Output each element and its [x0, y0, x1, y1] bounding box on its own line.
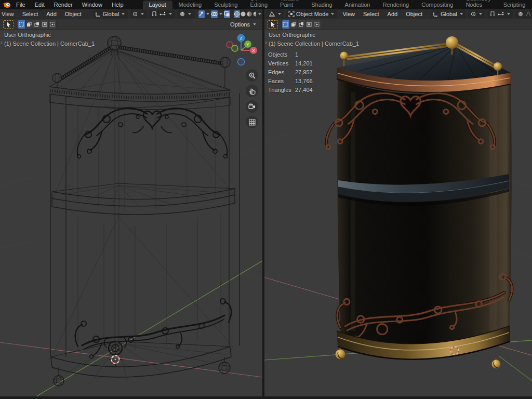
xray-icon[interactable]	[224, 10, 230, 18]
collapse-arrow[interactable]: ›	[1, 39, 3, 45]
tab-texture-paint[interactable]: Texture Paint	[274, 0, 305, 9]
chevron-down-icon[interactable]	[258, 13, 261, 15]
menu-help[interactable]: Help	[107, 0, 128, 9]
view-label: User Orthographic	[269, 32, 315, 38]
rendered-shading-icon[interactable]	[252, 10, 256, 18]
window-edge	[0, 396, 532, 399]
box-select-icon[interactable]	[18, 20, 25, 29]
tab-layout[interactable]: Layout	[143, 1, 172, 9]
magnet-icon	[489, 11, 496, 17]
pivot-dropdown[interactable]	[468, 10, 485, 18]
menu-object[interactable]: Object	[402, 11, 427, 17]
proportional-edit-dropdown[interactable]	[177, 10, 194, 18]
stat-faces: Faces13,766	[268, 77, 313, 86]
box-select-icon[interactable]	[282, 20, 290, 29]
menu-render[interactable]: Render	[49, 0, 77, 9]
orientation-icon	[433, 11, 439, 17]
menu-object[interactable]: Object	[61, 11, 86, 17]
select-intersect-icon[interactable]	[49, 20, 57, 29]
topbar: File Edit Render Window Help Layout Mode…	[0, 0, 532, 9]
editor-type-dropdown[interactable]	[267, 10, 284, 18]
bottom-ornament-wire	[75, 299, 232, 358]
options-dropdown[interactable]: Options	[230, 21, 257, 28]
chevron-down-icon	[460, 13, 463, 15]
tab-compositing[interactable]: Compositing	[415, 1, 459, 9]
mode-label: Object Mode	[296, 11, 328, 17]
tab-modeling[interactable]: Modeling	[172, 1, 208, 9]
chevron-down-icon[interactable]	[206, 13, 209, 15]
wireframe-cabinet	[49, 36, 240, 386]
blender-logo-icon[interactable]	[2, 1, 11, 9]
right-tool-header	[264, 19, 532, 30]
chevron-down-icon	[122, 13, 125, 15]
wireframe-canvas[interactable]: Z Y X › User Orthographic (1) Scene Coll…	[0, 30, 262, 396]
chevron-down-icon[interactable]	[219, 13, 222, 15]
collapse-arrow[interactable]: ›	[265, 39, 267, 45]
tab-animation[interactable]: Animation	[339, 1, 377, 9]
gizmo-x-label: X	[252, 48, 255, 53]
y-axis-line	[10, 261, 262, 396]
gizmo-toggle-icon[interactable]	[198, 10, 205, 18]
proportional-icon	[517, 11, 524, 17]
select-invert-icon[interactable]	[305, 20, 313, 29]
viewport-rendered[interactable]: Object Mode View Select Add Object Globa…	[264, 9, 532, 396]
snap-controls[interactable]	[149, 10, 175, 18]
tab-scripting[interactable]: Scripting	[497, 1, 532, 9]
wireframe-shading-icon[interactable]	[234, 10, 240, 18]
gizmo-z-label: Z	[240, 36, 243, 41]
orientation-dropdown[interactable]: Global	[431, 10, 466, 18]
select-extend-icon[interactable]	[290, 20, 298, 29]
options-label: Options	[230, 21, 250, 28]
menu-select[interactable]: Select	[18, 11, 43, 17]
tab-sculpting[interactable]: Sculpting	[208, 1, 244, 9]
menu-window[interactable]: Window	[77, 0, 107, 9]
select-subtract-icon[interactable]	[33, 20, 41, 29]
select-extend-icon[interactable]	[25, 20, 33, 29]
gizmo-neg-y-axis	[232, 45, 238, 51]
menu-view[interactable]: View	[0, 11, 18, 17]
menu-view[interactable]: View	[338, 11, 359, 17]
orientation-dropdown[interactable]: Global	[93, 10, 128, 18]
menu-select[interactable]: Select	[359, 11, 383, 17]
snap-controls[interactable]	[487, 10, 513, 18]
stat-objects: Objects1	[268, 50, 313, 59]
stat-vertices: Vertices14,201	[268, 59, 313, 68]
camera-icon[interactable]	[246, 100, 258, 113]
select-intersect-icon[interactable]	[313, 20, 321, 29]
tweak-tool-icon[interactable]	[3, 20, 14, 29]
chevron-down-icon	[479, 13, 482, 15]
statistics-overlay: Objects1 Vertices14,201 Edges27,957 Face…	[268, 50, 313, 95]
pivot-dropdown[interactable]	[130, 10, 147, 18]
pivot-icon	[132, 11, 138, 17]
blender-window: File Edit Render Window Help Layout Mode…	[0, 0, 532, 399]
menu-add[interactable]: Add	[42, 11, 61, 17]
zoom-icon[interactable]	[246, 69, 258, 82]
solid-shading-icon[interactable]	[240, 10, 246, 18]
menu-edit[interactable]: Edit	[30, 0, 49, 9]
rendered-cabinet	[326, 36, 512, 369]
orientation-label: Global	[103, 11, 119, 17]
menu-add[interactable]: Add	[383, 11, 402, 17]
tab-uv-editing[interactable]: UV Editing	[244, 0, 274, 9]
rendered-canvas[interactable]: › User Orthographic (1) Scene Collection…	[264, 30, 532, 396]
chevron-down-icon	[188, 13, 191, 15]
grid-ortho-icon[interactable]	[246, 116, 258, 128]
pan-hand-icon[interactable]	[246, 85, 258, 97]
proportional-icon	[179, 11, 185, 17]
tab-shading[interactable]: Shading	[305, 1, 338, 9]
menu-file[interactable]: File	[11, 0, 30, 9]
select-subtract-icon[interactable]	[298, 20, 305, 29]
material-shading-icon[interactable]	[246, 10, 252, 18]
tweak-tool-icon[interactable]	[268, 20, 278, 29]
gizmo-neg-z-axis	[238, 59, 245, 65]
mode-dropdown[interactable]: Object Mode	[286, 10, 337, 18]
select-invert-icon[interactable]	[41, 20, 49, 29]
tab-rendering[interactable]: Rendering	[376, 1, 415, 9]
viewport-wireframe[interactable]: View Select Add Object Global	[0, 9, 262, 396]
pivot-icon	[470, 11, 476, 17]
proportional-edit-dropdown[interactable]	[515, 10, 532, 18]
tab-geometry-nodes[interactable]: Geometry Nodes	[459, 0, 497, 9]
navigation-gizmo[interactable]: Z Y X	[227, 34, 257, 65]
viewport-editor-icon	[269, 11, 275, 17]
overlays-icon[interactable]	[211, 10, 218, 18]
